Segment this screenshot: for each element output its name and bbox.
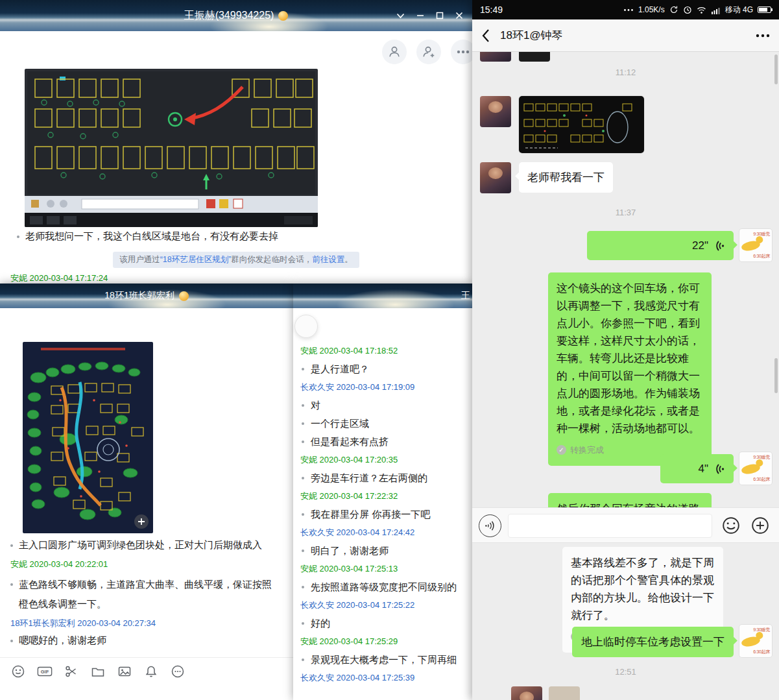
timestamp: 12:51 — [472, 667, 779, 677]
sound-wave-icon — [484, 520, 496, 532]
emoji-button[interactable] — [721, 516, 741, 538]
sender-name-time: 安妮 2020-03-04 17:20:35 — [293, 451, 472, 469]
temp-session-notice: 该用户通过“18环艺居住区规划”群向你发起临时会话，前往设置。 — [0, 252, 472, 268]
sleep-sticker-avatar[interactable]: 9:30睡觉 6:30起床 — [739, 229, 772, 261]
window3-titlebar[interactable]: 王 — [293, 284, 472, 308]
shake-bell-icon[interactable] — [143, 664, 159, 679]
add-friend-button[interactable] — [416, 40, 441, 64]
sticker-text-2: 6:30起床 — [753, 649, 770, 655]
message-line: 老师我想问一下，我这个白线区域是地台，有没有必要去掉 — [17, 230, 380, 243]
voice-duration: 22" — [692, 237, 708, 254]
voice-transcript-bubble: 这个镜头的这个回车场，你可以再调整一下，我感觉尺寸有点儿小。你参照一下吧，看到要… — [548, 272, 712, 466]
sticker-figure — [741, 463, 761, 476]
window1-titlebar[interactable]: 王振赫(349934225) — [0, 0, 472, 31]
message-line: 我在群里分屏 你再接一下吧 — [293, 505, 472, 524]
sender-name-time: 长欢久安 2020-03-04 17:24:42 — [293, 524, 472, 542]
partial-image[interactable] — [519, 52, 550, 62]
chevron-down-icon[interactable] — [396, 13, 405, 19]
cad-plan-image[interactable] — [23, 342, 153, 533]
more-attach-button[interactable] — [750, 516, 770, 538]
screenshot-scissors-icon[interactable] — [64, 664, 79, 679]
window1-controls — [396, 0, 463, 31]
minimize-icon[interactable] — [416, 12, 424, 19]
cad-thumb-drawing — [519, 96, 644, 153]
notice-middle: 群向你发起临时会话， — [231, 255, 312, 264]
sticker-figure — [741, 635, 761, 648]
window2-titlebar[interactable]: 18环1班长郭宏利 — [0, 284, 293, 308]
emoji-icon[interactable] — [10, 664, 26, 679]
maximize-icon[interactable] — [436, 12, 444, 19]
sleep-sticker-avatar[interactable]: 9:30睡觉 6:30起床 — [739, 625, 772, 657]
scrollbar[interactable] — [774, 54, 778, 84]
partial-image[interactable] — [549, 686, 580, 700]
smiley-icon — [721, 516, 741, 535]
bullet-dot — [17, 235, 19, 238]
sent-voice-message[interactable]: 22" — [587, 231, 734, 260]
nav-more-icon[interactable] — [756, 34, 770, 38]
sent-text-bubble: 地上临时停车位考虑设置一下 — [572, 627, 734, 657]
chat-history-list: 安妮 2020-03-04 17:18:52 是人行道吧？ 长欢久安 2020-… — [293, 342, 472, 687]
scrollbar[interactable] — [774, 358, 778, 393]
group-name-link[interactable]: “18环艺居住区规划” — [160, 255, 232, 264]
wechat-input-bar — [472, 507, 779, 543]
file-folder-icon[interactable] — [90, 664, 106, 679]
avatar[interactable] — [511, 686, 542, 700]
goto-settings-link[interactable]: 前往设置 — [312, 255, 344, 264]
notice-prefix: 该用户通过 — [119, 255, 160, 264]
voice-wave-icon — [713, 463, 726, 476]
person-icon — [387, 45, 401, 59]
avatar[interactable] — [480, 52, 511, 62]
more-dots-icon — [623, 8, 634, 12]
sent-voice-message[interactable]: 4" — [660, 454, 734, 483]
sticker-text-2: 6:30起床 — [753, 253, 770, 259]
status-time: 15:49 — [480, 5, 503, 15]
voice-duration: 4" — [699, 461, 709, 477]
sender-name-time: 长欢久安 2020-03-04 17:19:09 — [293, 378, 472, 396]
transcript-text: 然后你那个回车场旁边的道路都调 — [557, 503, 700, 507]
sender-name-time: 长欢久安 2020-03-04 17:25:22 — [293, 596, 472, 614]
message-input[interactable] — [508, 514, 712, 538]
received-text-bubble: 老师帮我看一下 — [519, 162, 613, 193]
picture-icon[interactable] — [117, 664, 132, 679]
sleep-sticker-avatar[interactable]: 9:30睡觉 6:30起床 — [739, 452, 772, 485]
voice-toggle-button[interactable] — [479, 514, 501, 537]
network-speed: 1.05K/s — [638, 5, 665, 14]
message-line: 先按照道路等级宽度把不同级别的 — [293, 578, 472, 596]
svg-text:GIF: GIF — [41, 669, 49, 675]
partial-previous-message — [472, 52, 779, 62]
sticker-text-2: 6:30起床 — [753, 476, 770, 483]
plus-circle-icon — [750, 516, 770, 535]
sender-name-time: 安妮 2020-03-04 17:22:32 — [293, 487, 472, 505]
sticker-figure — [741, 239, 761, 252]
sender-name-time: 安妮 2020-03-04 17:25:29 — [293, 633, 472, 651]
screen: 王振赫(349934225) — [0, 0, 779, 700]
profile-button[interactable] — [382, 40, 407, 64]
message-line: 旁边是车行道？左右两侧的 — [293, 469, 472, 487]
avatar[interactable] — [480, 162, 511, 193]
message-line: 嗯嗯好的，谢谢老师 — [10, 634, 283, 647]
close-icon[interactable] — [455, 12, 463, 19]
message-text: 主入口圆形广场可调到绿色团块处，正对大门后期做成入 — [19, 539, 262, 551]
message-line: 一个行走区域 — [293, 415, 472, 433]
message-line: 主入口圆形广场可调到绿色团块处，正对大门后期做成入 — [10, 539, 288, 551]
avatar[interactable] — [480, 96, 511, 127]
message-line: 对 — [293, 396, 472, 415]
more-tools-icon[interactable] — [170, 664, 186, 679]
gif-icon[interactable]: GIF — [37, 664, 53, 679]
partial-transcript: 然后你那个回车场旁边的道路都调 — [548, 493, 712, 507]
cad-image-message[interactable] — [519, 96, 644, 153]
qq-window-guohongli: 18环1班长郭宏利 — [0, 284, 293, 700]
back-icon[interactable] — [481, 29, 490, 43]
voice-transcript-bubble: 然后你那个回车场旁边的道路都调 — [548, 493, 712, 507]
floating-button[interactable] — [294, 315, 318, 338]
cad-screenshot-image[interactable] — [25, 69, 318, 227]
message-text: 老师帮我看一下 — [527, 171, 605, 184]
timestamp: 11:12 — [472, 67, 779, 77]
partial-next-message — [472, 686, 779, 700]
message-text: 嗯嗯好的，谢谢老师 — [19, 634, 106, 647]
window3-title-partial: 王 — [461, 290, 470, 302]
wechat-panel: 15:49 1.05K/s 移动 4G 18环1@钟琴 11:12 — [472, 0, 779, 700]
chat-title: 18环1@钟琴 — [500, 28, 563, 43]
transcript-text: 基本路线差不多了，就是下周的话把那个个警官具体的景观内部的方块儿。给他设计一下就… — [571, 557, 714, 622]
message-text: 老师我想问一下，我这个白线区域是地台，有没有必要去掉 — [25, 230, 278, 243]
